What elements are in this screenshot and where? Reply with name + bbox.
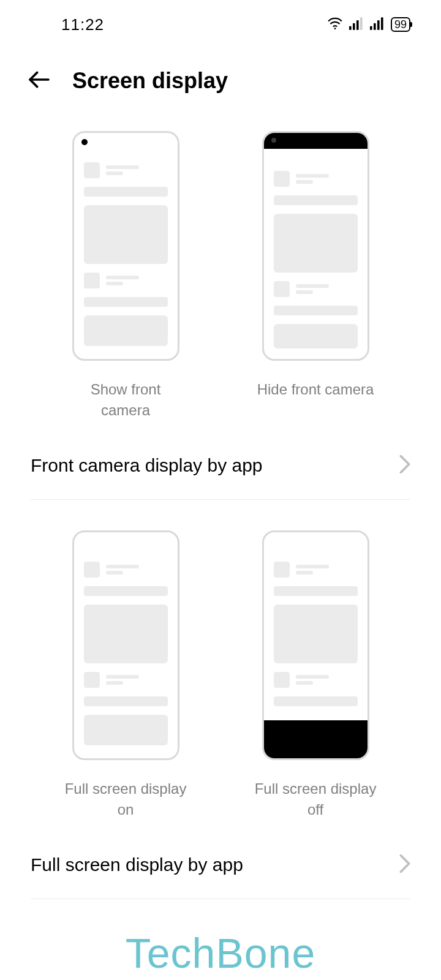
- page-title: Screen display: [72, 68, 228, 94]
- option-label: Full screen display off: [254, 778, 377, 820]
- setting-label: Full screen display by app: [31, 854, 243, 875]
- watermark: TechBone: [0, 932, 441, 980]
- signal-1-icon: [349, 15, 364, 34]
- battery-icon: 99: [391, 17, 410, 32]
- svg-point-0: [334, 28, 336, 29]
- back-arrow-icon[interactable]: [27, 67, 51, 94]
- option-label: Hide front camera: [257, 379, 374, 421]
- svg-rect-3: [356, 20, 359, 30]
- setting-label: Front camera display by app: [31, 455, 263, 476]
- full-screen-by-app-row[interactable]: Full screen display by app: [0, 831, 441, 899]
- phone-preview-fullscreen-off: [262, 530, 369, 760]
- signal-2-icon: [370, 15, 385, 34]
- svg-rect-2: [353, 23, 355, 30]
- svg-rect-6: [374, 23, 376, 30]
- phone-preview-hide-camera: [262, 131, 369, 361]
- status-time: 11:22: [61, 15, 104, 34]
- chevron-right-icon: [399, 854, 410, 875]
- option-label: Show front camera: [64, 379, 187, 421]
- svg-rect-8: [381, 17, 383, 29]
- phone-preview-show-camera: [72, 131, 179, 361]
- option-hide-front-camera[interactable]: Hide front camera: [254, 131, 377, 421]
- full-screen-options: Full screen display on Full screen displ…: [0, 500, 441, 831]
- option-full-screen-off[interactable]: Full screen display off: [254, 530, 377, 820]
- svg-rect-1: [349, 26, 352, 29]
- option-full-screen-on[interactable]: Full screen display on: [64, 530, 187, 820]
- status-bar: 11:22 99: [0, 0, 441, 37]
- svg-rect-5: [370, 26, 372, 29]
- front-camera-by-app-row[interactable]: Front camera display by app: [0, 432, 441, 499]
- wifi-icon: [327, 15, 343, 34]
- phone-preview-fullscreen-on: [72, 530, 179, 760]
- page-header: Screen display: [0, 37, 441, 113]
- option-label: Full screen display on: [64, 778, 187, 820]
- divider: [31, 899, 410, 899]
- option-show-front-camera[interactable]: Show front camera: [64, 131, 187, 421]
- svg-rect-7: [377, 20, 380, 30]
- chevron-right-icon: [399, 455, 410, 476]
- front-camera-options: Show front camera Hide front camera: [0, 113, 441, 432]
- svg-rect-4: [360, 17, 363, 29]
- status-indicators: 99: [327, 15, 410, 34]
